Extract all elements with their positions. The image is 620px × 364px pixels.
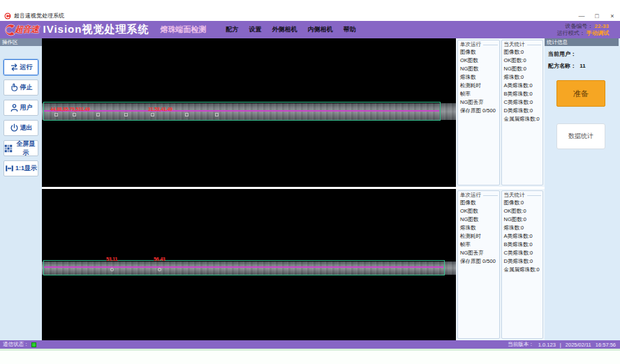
fullscreen-button[interactable]: 全屏显示 — [3, 140, 38, 156]
defect-marker — [215, 113, 219, 116]
stat-row: 熔珠数 — [458, 73, 499, 82]
window-controls: — □ × — [574, 11, 620, 21]
stop-button-label: 停止 — [20, 83, 33, 92]
recipe-name-value: 11 — [580, 63, 585, 69]
device-number-row: 设备编号： 22-33 — [557, 23, 609, 30]
run-mode-value: 手动调试 — [586, 30, 609, 36]
detection-frame — [43, 260, 445, 275]
run-button[interactable]: 运行 — [3, 59, 38, 75]
defect-marker — [124, 113, 128, 116]
camera-view-outer: 44.88,85.79,531.49 31.53,41.49 — [42, 38, 456, 187]
fullscreen-grid-icon — [4, 144, 13, 153]
stat-row: 图像数:0 — [502, 199, 543, 207]
stop-button[interactable]: 停止 — [3, 79, 38, 96]
one-to-one-icon — [5, 164, 14, 173]
fullscreen-button-label: 全屏显示 — [14, 139, 38, 158]
comm-status-label: 通信状态： — [3, 341, 29, 348]
stat-row: NG图数:0 — [502, 65, 543, 73]
menu-item[interactable]: 内侧相机 — [307, 25, 332, 34]
single-run-groupbox: 单次运行 图像数OK图数NG图数熔珠数检测耗时帧率NG图丢弃保存原图 0/500 — [457, 190, 500, 339]
stop-hand-icon — [10, 83, 19, 92]
menu-item[interactable]: 设置 — [249, 25, 261, 34]
stat-row: NG图数 — [458, 215, 499, 224]
current-user-row: 当前用户： — [545, 50, 620, 58]
stat-row: 金属屑熔珠数:0 — [502, 115, 543, 123]
main-area: 操作区 运行 停止 — [0, 38, 620, 340]
stat-row: 保存原图 0/500 — [458, 107, 499, 115]
stat-row: 检测耗时 — [458, 82, 499, 90]
device-number-value: 22-33 — [595, 23, 609, 29]
stat-row: C类熔珠数:0 — [502, 249, 543, 257]
status-date: 2025/02/11 — [566, 342, 591, 348]
run-button-label: 运行 — [20, 63, 33, 72]
app-logo-icon — [4, 13, 11, 20]
window-titlebar: 超音速视觉处理系统 — □ × — [0, 10, 620, 21]
stat-row: 熔珠数:0 — [502, 73, 543, 82]
exit-button[interactable]: 退出 — [3, 120, 38, 136]
stats-panel-outer: 单次运行 图像数OK图数NG图数熔珠数检测耗时帧率NG图丢弃保存原图 0/500… — [456, 38, 545, 187]
stat-row: B类熔珠数:0 — [502, 90, 543, 98]
single-run-title: 单次运行 — [458, 191, 499, 199]
stat-row: 图像数:0 — [502, 48, 543, 56]
defect-marker — [54, 113, 58, 116]
stat-row: D类熔珠数:0 — [502, 257, 543, 266]
stat-row: NG图丢弃 — [458, 249, 499, 257]
data-statistics-button[interactable]: 数据统计 — [556, 123, 605, 149]
version-value: 1.0.123 — [538, 342, 556, 348]
detection-line — [44, 110, 439, 112]
stat-row: D类熔珠数:0 — [502, 107, 543, 115]
run-mode-row: 运行模式： 手动调试 — [557, 30, 609, 37]
stat-row: NG图数 — [458, 65, 499, 73]
stat-row: OK图数 — [458, 207, 499, 215]
stat-row: C类熔珠数:0 — [502, 98, 543, 107]
operation-sidebar: 操作区 运行 停止 — [0, 38, 42, 340]
user-button-label: 用户 — [20, 103, 33, 112]
minimize-icon[interactable]: — — [574, 11, 589, 21]
power-icon — [10, 123, 19, 132]
stat-row: 帧率 — [458, 90, 499, 98]
stat-row: 帧率 — [458, 241, 499, 249]
one-to-one-button[interactable]: 1:1显示 — [3, 160, 38, 176]
stat-row: 熔珠数:0 — [502, 224, 543, 232]
defect-marker — [96, 113, 100, 116]
prepare-button[interactable]: 准备 — [556, 80, 605, 107]
single-run-rows: 图像数OK图数NG图数熔珠数检测耗时帧率NG图丢弃保存原图 0/500 — [458, 199, 499, 266]
app-header: 超音速 IVision视觉处理系统 熔珠端面检测 配方设置外侧相机内侧相机帮助 … — [0, 21, 620, 38]
stats-panel-inner: 单次运行 图像数OK图数NG图数熔珠数检测耗时帧率NG图丢弃保存原图 0/500… — [456, 189, 545, 340]
camera-view-inner: 53.11 56.43 — [42, 189, 456, 340]
exit-button-label: 退出 — [20, 123, 33, 132]
defect-marker — [151, 113, 154, 116]
single-run-title: 单次运行 — [458, 40, 499, 48]
maximize-icon[interactable]: □ — [589, 11, 605, 21]
status-bar: 通信状态： 当前版本： 1.0.123 | 2025/02/11 16:57:5… — [0, 340, 620, 349]
operation-buttons: 运行 停止 用户 — [0, 46, 42, 176]
app-window: 超音速视觉处理系统 — □ × 超音速 IVision视觉处理系统 熔珠端面检测… — [0, 0, 620, 364]
defect-marker — [158, 268, 161, 271]
comm-status: 通信状态： — [3, 341, 36, 348]
stat-row: 熔珠数 — [458, 224, 499, 232]
menu-bar: 配方设置外侧相机内侧相机帮助 — [226, 25, 355, 34]
brand-logo: 超音速 — [3, 24, 39, 36]
stat-row: OK图数:0 — [502, 207, 543, 215]
menu-item[interactable]: 帮助 — [343, 25, 355, 34]
menu-item[interactable]: 外侧相机 — [272, 25, 297, 34]
stat-row: 检测耗时 — [458, 232, 499, 241]
desktop-background — [0, 349, 620, 364]
current-user-label: 当前用户： — [548, 51, 576, 57]
stat-row: 图像数 — [458, 199, 499, 207]
measurement-annotation: 56.43 — [154, 257, 165, 261]
sidebar-title: 操作区 — [0, 38, 42, 46]
close-icon[interactable]: × — [605, 11, 620, 21]
brand-name: 超音速 — [15, 24, 39, 36]
menu-item[interactable]: 配方 — [226, 25, 238, 34]
daily-stats-title: 当天统计 — [502, 40, 543, 48]
defect-marker — [110, 268, 114, 271]
version-info: 当前版本： 1.0.123 | 2025/02/11 16:57:56 — [508, 341, 616, 348]
stat-row: OK图数 — [458, 56, 499, 65]
version-separator: | — [560, 342, 561, 348]
statistics-column: 单次运行 图像数OK图数NG图数熔珠数检测耗时帧率NG图丢弃保存原图 0/500… — [456, 38, 545, 340]
camera-column: 44.88,85.79,531.49 31.53,41.49 53.11 56.… — [42, 38, 456, 340]
stat-row: OK图数:0 — [502, 56, 543, 65]
user-button[interactable]: 用户 — [3, 100, 38, 116]
stat-row: B类熔珠数:0 — [502, 241, 543, 249]
